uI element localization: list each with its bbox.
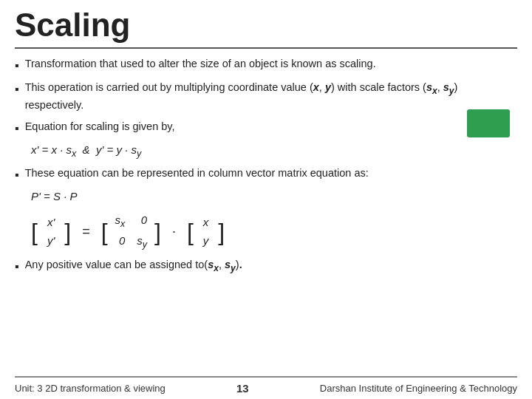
footer-page-number: 13: [236, 382, 249, 395]
slide-footer: Unit: 3 2D transformation & viewing 13 D…: [15, 376, 517, 399]
rhs-x: x: [201, 214, 211, 232]
s-sy: sy: [137, 233, 147, 252]
s-0top: 0: [137, 212, 147, 231]
equation-matrix-label: P' = S · P: [31, 190, 517, 202]
bullet-4: ▪ These equation can be represented in c…: [15, 166, 517, 184]
footer-unit: Unit: 3 2D transformation & viewing: [15, 383, 166, 394]
equals-sign: =: [78, 224, 94, 239]
eq-scaling-text: x' = x · sx & y' = y · sy: [31, 143, 141, 159]
bullet-text-2: This operation is carried out by multipl…: [25, 80, 517, 114]
rbracket-s: ]: [154, 220, 161, 244]
lhs-xprime: x': [45, 214, 57, 232]
bullet-2: ▪ This operation is carried out by multi…: [15, 80, 517, 114]
bullet-text-4: These equation can be represented in col…: [25, 166, 517, 182]
rbracket-rhs: ]: [218, 220, 225, 244]
bullet-sym-4: ▪: [15, 166, 19, 184]
rbracket-lhs: ]: [64, 220, 71, 244]
bullet-1: ▪ Transformation that used to alter the …: [15, 56, 517, 75]
eq-psp-text: P' = S · P: [31, 190, 78, 202]
rhs-y: y: [201, 232, 211, 250]
lbracket-s: [: [101, 220, 108, 244]
title-divider: [15, 47, 517, 49]
bullet-sym-1: ▪: [15, 57, 19, 75]
bullet-3: ▪ Equation for scaling is given by,: [15, 119, 517, 137]
s-0bot: 0: [115, 233, 126, 252]
s-matrix: sx 0 0 sy: [115, 212, 148, 252]
matrix-equation: [ x' y' ] = [ sx 0 0 sy ] · [: [31, 212, 517, 252]
content-area: ▪ Transformation that used to alter the …: [15, 56, 517, 376]
footer-institute: Darshan Institute of Engineering & Techn…: [320, 383, 517, 394]
lhs-yprime: y': [45, 232, 57, 250]
lbracket-rhs: [: [187, 220, 194, 244]
bullet-text-1: Transformation that used to alter the si…: [25, 56, 517, 72]
lhs-matrix: x' y': [45, 214, 57, 250]
bullet-5: ▪ Any positive value can be assigned to(…: [15, 257, 517, 276]
equation-scaling: x' = x · sx & y' = y · sy: [31, 143, 517, 159]
dot-operator: ·: [168, 224, 180, 239]
bullet-text-3: Equation for scaling is given by,: [25, 119, 517, 135]
s-sx: sx: [115, 212, 126, 231]
slide-title: Scaling: [15, 7, 517, 43]
bullet-text-5: Any positive value can be assigned to(sx…: [25, 257, 517, 275]
bullet-sym-3: ▪: [15, 120, 19, 137]
lbracket-lhs: [: [31, 220, 38, 244]
bullet-sym-2: ▪: [15, 81, 19, 98]
bullet-sym-5: ▪: [15, 258, 19, 276]
slide-page: Scaling ▪ Transformation that used to al…: [0, 0, 532, 399]
rhs-matrix: x y: [201, 214, 211, 250]
green-decoration-box: [467, 109, 510, 137]
